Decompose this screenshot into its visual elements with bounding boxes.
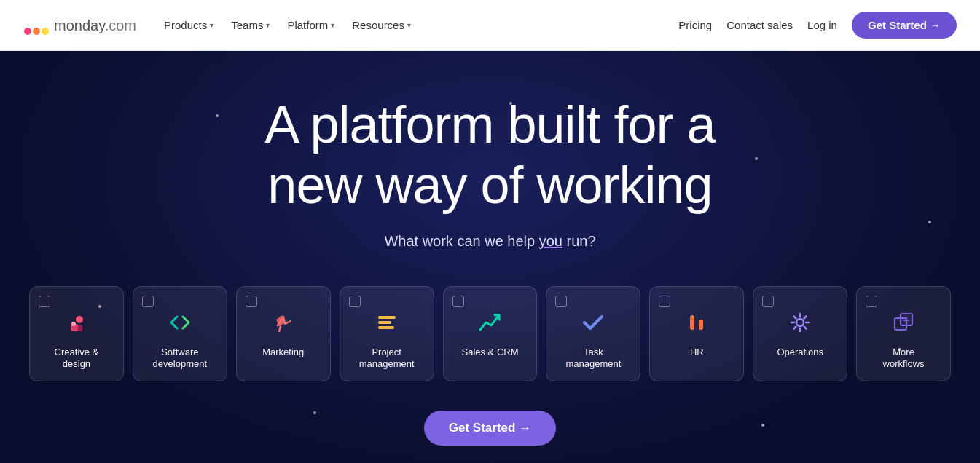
- software-icon: [167, 307, 193, 338]
- card-hr-label: HR: [690, 347, 704, 359]
- card-checkbox: [349, 296, 361, 307]
- card-checkbox: [39, 296, 50, 307]
- nav-login[interactable]: Log in: [807, 19, 837, 31]
- nav-platform-label: Platform: [287, 19, 328, 31]
- navbar-get-started-button[interactable]: Get Started →: [852, 12, 957, 39]
- navbar-right: Pricing Contact sales Log in Get Started…: [678, 12, 957, 39]
- card-checkbox: [246, 296, 257, 307]
- card-checkbox: [555, 296, 567, 307]
- card-creative[interactable]: Creative &design: [29, 286, 124, 382]
- svg-rect-11: [699, 320, 703, 330]
- nav-platform[interactable]: Platform ▾: [280, 15, 342, 36]
- logo-name: monday: [54, 17, 105, 33]
- hero-title-line1: A platform built for a: [264, 95, 715, 154]
- svg-point-4: [76, 316, 83, 323]
- card-checkbox: [866, 296, 877, 307]
- card-creative-label: Creative &design: [55, 347, 99, 371]
- nav-links: Products ▾ Teams ▾ Platform ▾ Resources …: [157, 15, 418, 36]
- operations-icon: [787, 307, 813, 338]
- svg-rect-10: [690, 315, 694, 330]
- card-checkbox: [659, 296, 670, 307]
- card-software[interactable]: Softwaredevelopment: [133, 286, 227, 382]
- nav-contact-sales[interactable]: Contact sales: [726, 19, 793, 31]
- svg-rect-9: [378, 326, 394, 329]
- card-software-label: Softwaredevelopment: [153, 347, 207, 371]
- card-task[interactable]: Taskmanagement: [546, 286, 640, 382]
- svg-point-1: [33, 28, 40, 35]
- nav-teams-label: Teams: [231, 19, 263, 31]
- hero-title: A platform built for a new way of workin…: [264, 95, 715, 215]
- card-checkbox: [452, 296, 464, 307]
- hero-section: A platform built for a new way of workin…: [0, 51, 980, 463]
- card-task-label: Taskmanagement: [565, 347, 621, 371]
- marketing-icon: [270, 307, 297, 338]
- star-decoration: [216, 114, 219, 117]
- svg-rect-7: [378, 316, 396, 319]
- svg-point-0: [24, 28, 31, 35]
- card-more-label: Moreworkflows: [883, 347, 925, 371]
- nav-resources[interactable]: Resources ▾: [345, 15, 418, 36]
- card-project[interactable]: Projectmanagement: [340, 286, 434, 382]
- nav-products-label: Products: [164, 19, 207, 31]
- card-operations-label: Operations: [777, 347, 823, 359]
- card-hr[interactable]: HR: [649, 286, 744, 382]
- navbar: monday.com Products ▾ Teams ▾ Platform ▾…: [0, 0, 980, 51]
- chevron-down-icon: ▾: [407, 21, 411, 29]
- nav-resources-label: Resources: [352, 19, 404, 31]
- card-sales[interactable]: Sales & CRM: [443, 286, 538, 382]
- card-more[interactable]: Moreworkflows: [856, 286, 951, 382]
- monday-logo-svg: [23, 14, 50, 37]
- svg-point-5: [71, 322, 76, 326]
- star-decoration: [928, 221, 931, 223]
- logo-icon: [23, 14, 50, 37]
- logo[interactable]: monday.com: [23, 14, 136, 37]
- nav-teams[interactable]: Teams ▾: [224, 15, 277, 36]
- svg-rect-8: [378, 321, 391, 324]
- card-checkbox: [142, 296, 154, 307]
- creative-icon: [63, 307, 90, 338]
- card-operations[interactable]: Operations: [753, 286, 847, 382]
- card-marketing-label: Marketing: [262, 347, 304, 359]
- hero-get-started-button[interactable]: Get Started →: [424, 411, 556, 446]
- nav-pricing[interactable]: Pricing: [678, 19, 712, 31]
- hero-subtitle: What work can we help you run?: [384, 233, 595, 250]
- card-project-label: Projectmanagement: [359, 347, 415, 371]
- logo-text: monday.com: [54, 16, 136, 35]
- hr-icon: [683, 307, 710, 338]
- sales-icon: [477, 307, 503, 338]
- star-decoration: [761, 424, 764, 427]
- svg-point-2: [42, 28, 49, 35]
- more-icon: [890, 307, 917, 338]
- project-icon: [374, 307, 400, 338]
- nav-products[interactable]: Products ▾: [157, 15, 221, 36]
- chevron-down-icon: ▾: [331, 21, 334, 29]
- star-decoration: [755, 157, 758, 160]
- task-icon: [580, 307, 606, 338]
- chevron-down-icon: ▾: [266, 21, 270, 29]
- navbar-left: monday.com Products ▾ Teams ▾ Platform ▾…: [23, 14, 418, 37]
- card-marketing[interactable]: Marketing: [236, 286, 331, 382]
- star-decoration: [313, 411, 316, 414]
- svg-point-12: [796, 319, 804, 326]
- logo-suffix: .com: [105, 17, 136, 33]
- card-checkbox: [762, 296, 774, 307]
- hero-title-line2: new way of working: [267, 156, 712, 214]
- chevron-down-icon: ▾: [210, 21, 213, 29]
- card-sales-label: Sales & CRM: [461, 347, 518, 359]
- svg-rect-6: [77, 325, 82, 331]
- workflow-cards: Creative &design Softwaredevelopment: [29, 286, 951, 382]
